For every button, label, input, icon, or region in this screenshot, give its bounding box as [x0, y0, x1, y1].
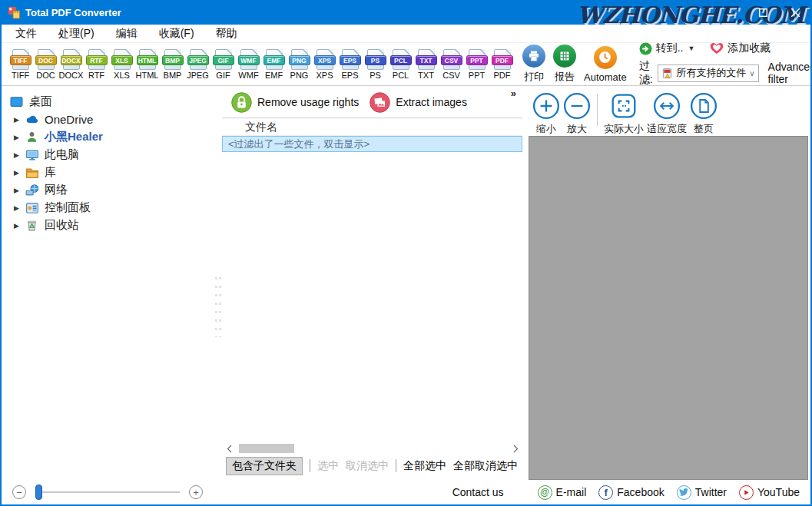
advanced-filter-link[interactable]: Advanced filter: [768, 61, 812, 85]
format-button-ps[interactable]: PSPS: [363, 49, 388, 80]
tree-item-6[interactable]: ▶控制面板: [2, 199, 215, 217]
slider-minus-icon[interactable]: −: [12, 485, 26, 499]
heart-icon: [710, 42, 724, 55]
contact-us-link[interactable]: Contact us: [452, 486, 504, 498]
format-button-docx[interactable]: DOCXDOCX: [58, 49, 84, 80]
slider-thumb[interactable]: [35, 485, 42, 500]
format-button-gif[interactable]: GIFGIF: [210, 49, 236, 80]
expand-arrow-icon[interactable]: ▶: [14, 222, 25, 230]
file-badge-icon: PPT: [469, 49, 486, 70]
selection-button-2[interactable]: 取消选中: [346, 459, 389, 473]
tree-item-1[interactable]: ▶OneDrive: [2, 111, 215, 128]
selection-button-0[interactable]: 包含子文件夹: [226, 457, 303, 475]
selection-button-3[interactable]: 全部选中: [403, 459, 446, 473]
tree-item-4[interactable]: ▶库: [2, 164, 215, 181]
format-button-tiff[interactable]: TIFFTIFF: [8, 49, 33, 80]
menu-item-2[interactable]: 编辑: [116, 27, 138, 41]
tree-item-7[interactable]: ▶回收站: [2, 217, 215, 234]
file-row-list: <过滤出了一些文件，双击显示>: [222, 136, 522, 442]
file-badge-icon: PNG: [291, 49, 308, 70]
scrollbar-thumb[interactable]: [239, 444, 294, 453]
preview-tool-3[interactable]: 适应宽度: [647, 92, 687, 136]
preview-tool-1[interactable]: 放大: [563, 92, 591, 136]
e-mail-link[interactable]: @E-mail: [538, 485, 587, 500]
file-badge-icon: PDF: [494, 49, 511, 70]
lock-icon: [231, 92, 252, 113]
filter-dropdown[interactable]: 所有支持的文件 ∨: [658, 64, 758, 82]
expand-arrow-icon[interactable]: ▶: [14, 204, 25, 212]
expand-arrow-icon[interactable]: ▶: [14, 151, 25, 159]
close-button[interactable]: [780, 0, 810, 25]
preview-tool-0[interactable]: 缩小: [532, 92, 560, 136]
file-badge-icon: PCL: [393, 49, 409, 70]
format-button-xls[interactable]: XLSXLS: [109, 49, 134, 80]
twitter-link[interactable]: Twitter: [677, 485, 727, 500]
onedrive-icon: [25, 113, 39, 127]
horizontal-scrollbar[interactable]: [222, 442, 522, 455]
selection-button-4[interactable]: 全部取消选中: [453, 459, 518, 473]
app-icon: [8, 6, 21, 19]
format-button-rtf[interactable]: RTFRTF: [84, 49, 109, 80]
remove-usage-rights-button[interactable]: Remove usage rights: [231, 92, 359, 113]
tree-item-2[interactable]: ▶小黑Healer: [2, 128, 215, 146]
menu-item-1[interactable]: 处理(P): [58, 27, 94, 41]
format-button-eps[interactable]: EPSEPS: [337, 49, 363, 80]
format-button-bmp[interactable]: BMPBMP: [160, 49, 185, 80]
expand-arrow-icon[interactable]: ▶: [14, 134, 25, 141]
menu-item-0[interactable]: 文件: [15, 27, 37, 41]
minimize-button[interactable]: [715, 0, 746, 25]
report-button[interactable]: 报告: [553, 45, 576, 84]
file-badge-icon: RTF: [88, 49, 105, 70]
format-button-pcl[interactable]: PCLPCL: [388, 49, 413, 80]
youtube-link[interactable]: YouTube: [739, 485, 800, 500]
preview-panel: 缩小放大实际大小适应宽度整页: [529, 87, 810, 480]
preview-tool-2[interactable]: 实际大小: [604, 92, 644, 136]
panel-splitter[interactable]: [214, 87, 222, 480]
print-button[interactable]: 打印: [522, 45, 545, 84]
automate-button[interactable]: Automate: [584, 46, 627, 83]
splitter-grip-icon: [215, 277, 217, 337]
preview-tool-4[interactable]: 整页: [690, 92, 718, 136]
extract-images-button[interactable]: Extract images: [370, 92, 467, 113]
scrollbar-track[interactable]: [234, 442, 510, 455]
zoom-slider[interactable]: [35, 485, 180, 500]
file-row[interactable]: <过滤出了一些文件，双击显示>: [222, 136, 522, 152]
twitter-icon: [677, 485, 691, 500]
format-button-html[interactable]: HTMLHTML: [134, 49, 160, 80]
selection-button-1[interactable]: 选中: [317, 459, 339, 473]
tree-item-5[interactable]: ▶网络: [2, 181, 215, 199]
expand-arrow-icon[interactable]: ▶: [14, 169, 25, 177]
menu-item-4[interactable]: 帮助: [216, 27, 237, 41]
menu-item-3[interactable]: 收藏(F): [159, 27, 194, 41]
maximize-button[interactable]: [747, 0, 778, 25]
tree-item-3[interactable]: ▶此电脑: [2, 146, 215, 164]
format-button-wmf[interactable]: WMFWMF: [236, 49, 261, 80]
facebook-icon: f: [598, 485, 613, 500]
format-button-csv[interactable]: CSVCSV: [439, 49, 464, 80]
filename-column-header[interactable]: 文件名: [222, 118, 522, 136]
expand-arrow-icon[interactable]: ▶: [14, 116, 25, 124]
format-button-jpeg[interactable]: JPEGJPEG: [185, 49, 210, 80]
facebook-link[interactable]: fFacebook: [598, 485, 664, 500]
window-title: Total PDF Converter: [25, 7, 121, 18]
desktop-icon: [9, 95, 24, 109]
add-favorites-button[interactable]: 添加收藏: [710, 41, 771, 55]
format-button-png[interactable]: PNGPNG: [287, 49, 312, 80]
format-button-ppt[interactable]: PPTPPT: [464, 49, 489, 80]
scroll-right-icon[interactable]: [510, 442, 521, 455]
expand-arrow-icon[interactable]: ▶: [14, 187, 25, 194]
splitter-grip-icon: [219, 277, 221, 337]
format-button-txt[interactable]: TXTTXT: [413, 49, 439, 80]
format-button-doc[interactable]: DOCDOC: [33, 49, 58, 80]
report-icon: [553, 45, 576, 68]
format-button-xps[interactable]: XPSXPS: [312, 49, 337, 80]
file-badge-icon: DOC: [38, 49, 55, 70]
slider-plus-icon[interactable]: +: [189, 485, 203, 499]
format-button-emf[interactable]: EMFEMF: [261, 49, 287, 80]
goto-button[interactable]: 转到.. ▼: [639, 41, 695, 55]
format-button-pdf[interactable]: PDFPDF: [489, 49, 515, 80]
overflow-chevron[interactable]: »: [511, 88, 516, 99]
selection-buttons: 包含子文件夹选中取消选中全部选中全部取消选中: [222, 455, 522, 476]
scroll-left-icon[interactable]: [224, 442, 234, 455]
tree-item-0[interactable]: 桌面: [2, 93, 215, 111]
